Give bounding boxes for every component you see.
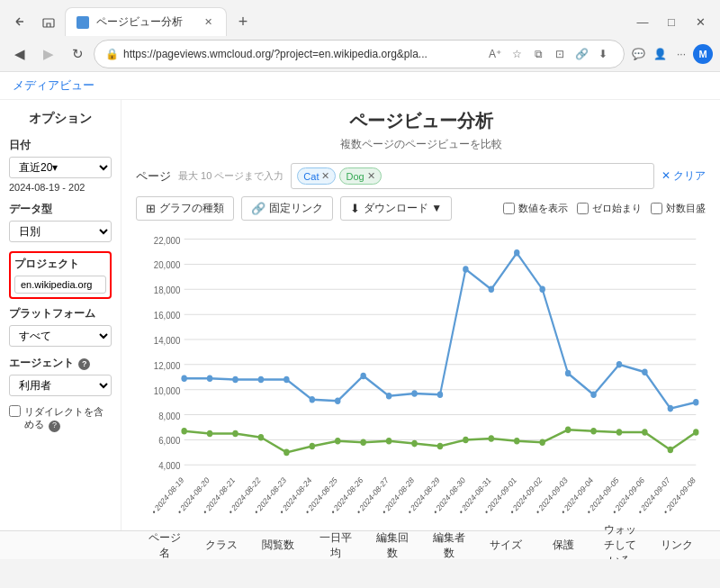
tab-close-btn[interactable]: ✕ xyxy=(201,15,215,30)
table-col-一日平均: 一日平均 xyxy=(307,530,364,560)
svg-text:16,000: 16,000 xyxy=(154,309,181,321)
main-area: オプション 日付 直近20▾ 2024-08-19 - 202 データ型 日別 … xyxy=(0,100,720,530)
split-tab-btn[interactable]: ⧉ xyxy=(528,44,548,64)
sidebar: オプション 日付 直近20▾ 2024-08-19 - 202 データ型 日別 … xyxy=(0,100,122,530)
svg-point-65 xyxy=(232,430,238,438)
cb-zero[interactable] xyxy=(577,203,589,214)
svg-point-54 xyxy=(489,286,494,294)
page-subtitle: 複数ページのページビューを比較 xyxy=(136,137,706,152)
table-col-編集者数: 編集者数 xyxy=(420,530,477,560)
read-mode-btn[interactable]: A⁺ xyxy=(485,44,505,64)
clear-btn[interactable]: ✕ クリア xyxy=(662,168,706,184)
svg-point-48 xyxy=(335,397,340,404)
platform-section: プラットフォーム すべて xyxy=(9,306,112,347)
table-header: ページ名クラス閲覧数一日平均編集回数編集者数サイズ保護ウォッチしているリンク xyxy=(0,530,720,559)
back-btn[interactable]: ◀ xyxy=(7,41,32,67)
svg-text:22,000: 22,000 xyxy=(154,234,181,246)
table-col-クラス: クラス xyxy=(193,538,249,553)
svg-point-55 xyxy=(514,249,519,257)
table-col-ウォッチしている: ウォッチしている xyxy=(591,522,648,559)
chart-svg: 4,0006,0008,00010,00012,00014,00016,0001… xyxy=(136,228,706,521)
permalink-btn[interactable]: 🔗 固定リンク xyxy=(241,196,333,221)
tab-favicon xyxy=(76,16,89,29)
cb-log-item[interactable]: 対数目盛 xyxy=(651,202,706,215)
svg-text:8,000: 8,000 xyxy=(158,410,180,421)
active-tab[interactable]: ページビュー分析 ✕ xyxy=(65,7,227,36)
svg-point-71 xyxy=(386,438,392,445)
close-btn[interactable]: ✕ xyxy=(688,9,713,34)
svg-point-77 xyxy=(539,439,544,446)
svg-point-67 xyxy=(284,449,289,457)
svg-point-66 xyxy=(258,434,264,441)
pages-row: ページ 最大 10 ページまで入力 Cat ✕ Dog ✕ ✕ クリア xyxy=(136,163,706,189)
table-col-閲覧数: 閲覧数 xyxy=(250,538,307,553)
cb-zero-item[interactable]: ゼロ始まり xyxy=(577,202,642,215)
svg-point-75 xyxy=(489,435,494,442)
redirect-help-icon[interactable]: ? xyxy=(49,421,60,432)
redirect-checkbox[interactable] xyxy=(9,405,21,417)
extension-icon[interactable]: M xyxy=(693,44,713,64)
data-type-select[interactable]: 日別 xyxy=(9,221,112,242)
tag-dog-close[interactable]: ✕ xyxy=(367,170,375,182)
cb-values-item[interactable]: 数値を表示 xyxy=(503,202,568,215)
browser-home-btn[interactable] xyxy=(36,9,61,34)
agent-help-icon[interactable]: ? xyxy=(78,358,90,370)
svg-point-78 xyxy=(565,427,571,434)
refresh-btn[interactable]: ↻ xyxy=(65,41,90,67)
svg-point-74 xyxy=(463,437,468,444)
svg-point-50 xyxy=(386,393,392,400)
project-input[interactable] xyxy=(14,276,106,294)
svg-point-72 xyxy=(411,440,417,448)
table-col-リンク: リンク xyxy=(649,538,706,553)
svg-text:18,000: 18,000 xyxy=(154,285,181,296)
agent-section: エージェント ? 利用者 xyxy=(9,356,112,396)
tag-dog[interactable]: Dog ✕ xyxy=(339,167,381,185)
svg-point-69 xyxy=(335,438,340,445)
svg-point-52 xyxy=(437,392,443,399)
svg-point-83 xyxy=(693,429,698,436)
date-select[interactable]: 直近20▾ xyxy=(9,157,112,178)
tag-cat-close[interactable]: ✕ xyxy=(321,170,329,182)
pages-input-area[interactable]: Cat ✕ Dog ✕ xyxy=(291,163,653,189)
redirect-label: リダイレクトを含める ? xyxy=(24,405,112,432)
menu-btn[interactable]: ··· xyxy=(671,44,691,64)
lock-icon: 🔒 xyxy=(105,48,118,60)
svg-point-58 xyxy=(590,392,596,399)
svg-point-62 xyxy=(693,399,698,406)
svg-point-56 xyxy=(539,286,544,294)
sidebar-title: オプション xyxy=(9,111,112,127)
breadcrumb[interactable]: メディアビュー xyxy=(0,72,720,100)
maximize-btn[interactable]: □ xyxy=(659,9,684,34)
svg-point-43 xyxy=(207,375,212,382)
date-range: 2024-08-19 - 202 xyxy=(9,182,112,193)
cb-log[interactable] xyxy=(651,203,662,214)
download-icon: ⬇ xyxy=(350,202,360,215)
svg-text:6,000: 6,000 xyxy=(158,435,180,447)
table-col-サイズ: サイズ xyxy=(478,538,535,553)
svg-point-49 xyxy=(360,373,365,380)
download-btn[interactable]: ⬇ xyxy=(593,44,613,64)
profile-btn[interactable]: 👤 xyxy=(650,44,670,64)
data-type-label: データ型 xyxy=(9,202,112,217)
svg-text:10,000: 10,000 xyxy=(154,384,181,396)
agent-select[interactable]: 利用者 xyxy=(9,375,112,396)
share-btn[interactable]: 🔗 xyxy=(572,44,591,64)
platform-select[interactable]: すべて xyxy=(9,325,112,347)
download-btn[interactable]: ⬇ ダウンロード ▼ xyxy=(340,196,452,221)
cb-values[interactable] xyxy=(503,203,515,214)
svg-point-76 xyxy=(514,438,519,445)
checkboxes-row: 数値を表示 ゼロ始まり 対数目盛 xyxy=(503,202,706,215)
tag-cat[interactable]: Cat ✕ xyxy=(297,167,336,185)
page-title: ページビュー分析 xyxy=(136,109,706,133)
project-label: プロジェクト xyxy=(14,257,106,272)
new-tab-btn[interactable]: + xyxy=(230,9,256,34)
wechat-icon-btn[interactable]: 💬 xyxy=(628,44,648,64)
browser-back-page-btn[interactable] xyxy=(7,9,32,34)
minimize-btn[interactable]: — xyxy=(630,9,655,34)
date-section: 日付 直近20▾ 2024-08-19 - 202 xyxy=(9,138,112,193)
bookmark-btn[interactable]: ☆ xyxy=(507,44,526,64)
svg-point-61 xyxy=(668,405,673,412)
reader-btn[interactable]: ⊡ xyxy=(550,44,570,64)
chart-type-btn[interactable]: ⊞ グラフの種類 xyxy=(136,196,234,221)
toolbar-row: ⊞ グラフの種類 🔗 固定リンク ⬇ ダウンロード ▼ 数値を表示 xyxy=(136,196,706,221)
